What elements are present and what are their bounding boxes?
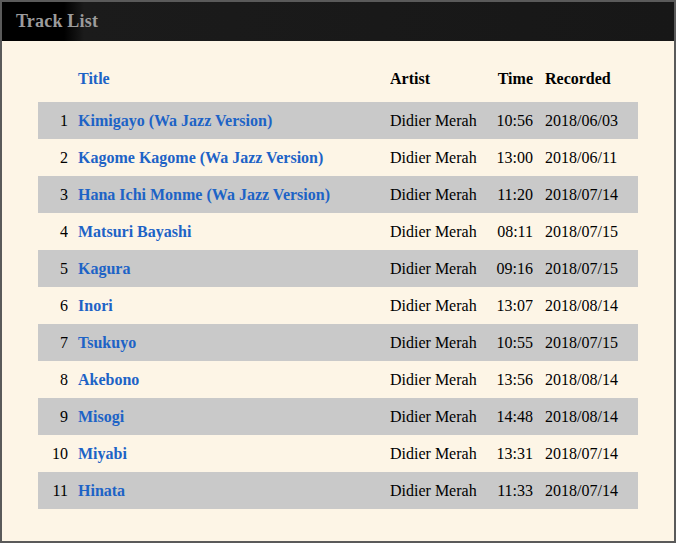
column-header-number (38, 55, 68, 102)
track-title-cell: Inori (68, 287, 390, 324)
track-number: 7 (38, 324, 68, 361)
track-number: 4 (38, 213, 68, 250)
track-time: 13:07 (493, 287, 533, 324)
page-header: Track List (2, 2, 674, 41)
track-title-link[interactable]: Tsukuyo (78, 334, 136, 351)
track-artist: Didier Merah (390, 287, 493, 324)
track-recorded: 2018/07/14 (533, 435, 638, 472)
track-time: 10:55 (493, 324, 533, 361)
track-recorded: 2018/08/14 (533, 287, 638, 324)
track-number: 10 (38, 435, 68, 472)
track-title-cell: Miyabi (68, 435, 390, 472)
column-header-title-link[interactable]: Title (78, 70, 110, 87)
track-title-link[interactable]: Misogi (78, 408, 124, 425)
track-row: 4 Matsuri Bayashi Didier Merah 08:11 201… (38, 213, 638, 250)
track-row: 8 Akebono Didier Merah 13:56 2018/08/14 (38, 361, 638, 398)
track-recorded: 2018/07/15 (533, 213, 638, 250)
track-title-cell: Matsuri Bayashi (68, 213, 390, 250)
track-row: 6 Inori Didier Merah 13:07 2018/08/14 (38, 287, 638, 324)
column-header-recorded: Recorded (533, 55, 638, 102)
track-recorded: 2018/07/14 (533, 472, 638, 509)
track-artist: Didier Merah (390, 176, 493, 213)
track-list-page: Track List Title Artist Time Recorded 1 … (0, 0, 676, 543)
track-title-cell: Tsukuyo (68, 324, 390, 361)
header-row: Title Artist Time Recorded (38, 55, 638, 102)
track-title-cell: Hinata (68, 472, 390, 509)
track-title-link[interactable]: Hinata (78, 482, 125, 499)
track-row: 3 Hana Ichi Monme (Wa Jazz Version) Didi… (38, 176, 638, 213)
track-row: 10 Miyabi Didier Merah 13:31 2018/07/14 (38, 435, 638, 472)
track-number: 3 (38, 176, 68, 213)
column-header-title: Title (68, 55, 390, 102)
page-title: Track List (16, 11, 98, 31)
track-row: 9 Misogi Didier Merah 14:48 2018/08/14 (38, 398, 638, 435)
track-title-cell: Kagura (68, 250, 390, 287)
track-artist: Didier Merah (390, 102, 493, 139)
track-artist: Didier Merah (390, 250, 493, 287)
track-table: Title Artist Time Recorded 1 Kimigayo (W… (38, 55, 638, 509)
track-number: 11 (38, 472, 68, 509)
track-table-head: Title Artist Time Recorded (38, 55, 638, 102)
track-time: 11:33 (493, 472, 533, 509)
track-title-link[interactable]: Kagura (78, 260, 130, 277)
track-artist: Didier Merah (390, 398, 493, 435)
track-row: 11 Hinata Didier Merah 11:33 2018/07/14 (38, 472, 638, 509)
track-recorded: 2018/08/14 (533, 398, 638, 435)
track-title-link[interactable]: Matsuri Bayashi (78, 223, 191, 240)
track-time: 11:20 (493, 176, 533, 213)
track-time: 13:00 (493, 139, 533, 176)
track-number: 6 (38, 287, 68, 324)
track-title-link[interactable]: Inori (78, 297, 113, 314)
track-title-cell: Misogi (68, 398, 390, 435)
track-row: 5 Kagura Didier Merah 09:16 2018/07/15 (38, 250, 638, 287)
track-time: 09:16 (493, 250, 533, 287)
track-number: 8 (38, 361, 68, 398)
track-title-link[interactable]: Akebono (78, 371, 139, 388)
track-number: 9 (38, 398, 68, 435)
track-recorded: 2018/07/14 (533, 176, 638, 213)
track-title-cell: Kagome Kagome (Wa Jazz Version) (68, 139, 390, 176)
track-number: 1 (38, 102, 68, 139)
track-artist: Didier Merah (390, 361, 493, 398)
track-title-cell: Kimigayo (Wa Jazz Version) (68, 102, 390, 139)
track-artist: Didier Merah (390, 472, 493, 509)
track-row: 1 Kimigayo (Wa Jazz Version) Didier Mera… (38, 102, 638, 139)
track-list-body: 1 Kimigayo (Wa Jazz Version) Didier Mera… (38, 102, 638, 509)
track-time: 10:56 (493, 102, 533, 139)
track-title-link[interactable]: Kagome Kagome (Wa Jazz Version) (78, 149, 323, 166)
track-title-link[interactable]: Hana Ichi Monme (Wa Jazz Version) (78, 186, 330, 203)
column-header-time: Time (493, 55, 533, 102)
track-title-cell: Hana Ichi Monme (Wa Jazz Version) (68, 176, 390, 213)
track-artist: Didier Merah (390, 213, 493, 250)
track-recorded: 2018/07/15 (533, 324, 638, 361)
track-time: 14:48 (493, 398, 533, 435)
track-number: 2 (38, 139, 68, 176)
track-row: 7 Tsukuyo Didier Merah 10:55 2018/07/15 (38, 324, 638, 361)
track-row: 2 Kagome Kagome (Wa Jazz Version) Didier… (38, 139, 638, 176)
track-time: 08:11 (493, 213, 533, 250)
track-time: 13:31 (493, 435, 533, 472)
track-artist: Didier Merah (390, 324, 493, 361)
track-recorded: 2018/07/15 (533, 250, 638, 287)
track-recorded: 2018/08/14 (533, 361, 638, 398)
track-number: 5 (38, 250, 68, 287)
track-recorded: 2018/06/03 (533, 102, 638, 139)
track-title-link[interactable]: Miyabi (78, 445, 127, 462)
track-time: 13:56 (493, 361, 533, 398)
track-title-cell: Akebono (68, 361, 390, 398)
track-artist: Didier Merah (390, 139, 493, 176)
track-title-link[interactable]: Kimigayo (Wa Jazz Version) (78, 112, 272, 129)
track-artist: Didier Merah (390, 435, 493, 472)
track-recorded: 2018/06/11 (533, 139, 638, 176)
column-header-artist: Artist (390, 55, 493, 102)
